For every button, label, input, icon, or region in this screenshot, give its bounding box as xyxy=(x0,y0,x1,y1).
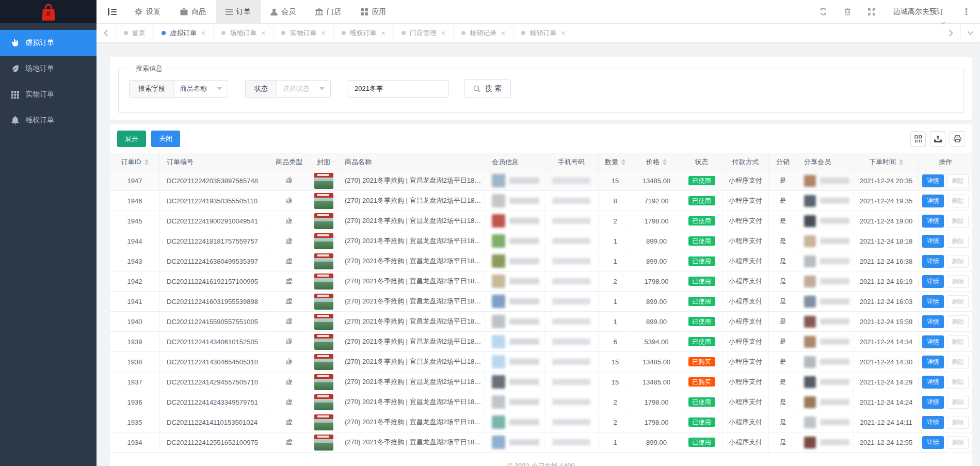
keyword-input[interactable] xyxy=(348,80,449,98)
tab-close-icon[interactable]: × xyxy=(201,29,205,37)
detail-button[interactable]: 详情 xyxy=(922,356,944,368)
delete-button[interactable]: 删除 xyxy=(947,436,969,449)
cell-price: 899.00 xyxy=(632,292,681,311)
tab-close-icon[interactable]: × xyxy=(321,29,325,37)
tab-label: 虚拟订单 xyxy=(170,28,197,38)
cell-status: 已使用 xyxy=(681,211,722,231)
detail-button[interactable]: 详情 xyxy=(922,396,944,409)
detail-button[interactable]: 详情 xyxy=(922,255,944,268)
share-member-avatar xyxy=(804,235,816,247)
sidebar-menu: 虚拟订单 场地订单 实物订单 维权订单 xyxy=(0,30,97,133)
cell-cover xyxy=(310,372,338,392)
orders-table: 订单ID 订单编号 商品类型 封面 商品名称 会员信息 手机号码 数量 价格 状… xyxy=(110,153,972,453)
delete-button[interactable]: 删除 xyxy=(947,295,969,308)
tab-physical-orders[interactable]: 实物订单 × xyxy=(274,24,333,42)
detail-button[interactable]: 详情 xyxy=(922,436,944,449)
sidebar-fold-icon[interactable] xyxy=(108,8,117,15)
detail-button[interactable]: 详情 xyxy=(922,174,944,187)
delete-button[interactable]: 删除 xyxy=(947,255,969,268)
refresh-icon[interactable] xyxy=(820,8,827,15)
nav-orders[interactable]: 订单 xyxy=(216,0,261,23)
cell-order-time: 2021-12-24 14:30 xyxy=(854,352,919,372)
cell-goods-type: 虚 xyxy=(268,412,310,432)
delete-button[interactable]: 删除 xyxy=(947,396,969,409)
column-header-order-time[interactable]: 下单时间 xyxy=(854,153,919,171)
detail-button[interactable]: 详情 xyxy=(922,416,944,429)
table-row: 1947 DC2021122420353897565748 虚 (270) 20… xyxy=(110,171,972,191)
export-button[interactable] xyxy=(930,131,945,147)
tab-verify-orders[interactable]: 核销订单 × xyxy=(513,24,573,42)
delete-button[interactable]: 删除 xyxy=(947,174,969,187)
status-select[interactable]: 选择状态 xyxy=(277,81,330,97)
columns-grid-icon xyxy=(914,135,922,143)
detail-button[interactable]: 详情 xyxy=(922,215,944,228)
delete-button[interactable]: 删除 xyxy=(947,356,969,368)
print-button[interactable] xyxy=(950,131,965,147)
more-menu-icon[interactable]: ⋮ xyxy=(962,6,971,17)
delete-button[interactable]: 删除 xyxy=(947,416,969,429)
tabs-scroll-right-icon[interactable] xyxy=(941,24,960,42)
sidebar-item-virtual-orders[interactable]: 虚拟订单 xyxy=(0,30,97,56)
app-logo[interactable] xyxy=(0,0,97,23)
sidebar-item-physical-orders[interactable]: 实物订单 xyxy=(0,82,97,107)
nav-goods[interactable]: 商品 xyxy=(170,0,216,23)
cell-cover xyxy=(310,412,338,432)
delete-button[interactable]: 删除 xyxy=(947,275,969,288)
trash-icon[interactable] xyxy=(844,8,851,15)
sort-carets-icon[interactable] xyxy=(663,159,667,165)
nav-members[interactable]: 会员 xyxy=(261,0,306,23)
sort-carets-icon[interactable] xyxy=(144,159,149,165)
sidebar-item-venue-orders[interactable]: 场地订单 xyxy=(0,56,97,82)
status-badge: 已购买 xyxy=(688,377,715,387)
tab-close-icon[interactable]: × xyxy=(441,29,445,37)
delete-button[interactable]: 删除 xyxy=(947,376,969,389)
delete-button[interactable]: 删除 xyxy=(947,315,969,328)
detail-button[interactable]: 详情 xyxy=(922,275,944,288)
nav-apps[interactable]: 应用 xyxy=(351,0,396,23)
nav-settings[interactable]: 设置 xyxy=(125,0,170,23)
search-field-select[interactable]: 商品名称 xyxy=(174,81,228,97)
sort-carets-icon[interactable] xyxy=(621,159,625,165)
nav-stores[interactable]: 门店 xyxy=(306,0,351,23)
tab-close-icon[interactable]: × xyxy=(381,29,385,37)
delete-button[interactable]: 删除 xyxy=(947,235,969,248)
column-header-qty[interactable]: 数量 xyxy=(599,153,632,171)
cell-phone xyxy=(544,352,599,372)
shopping-bag-logo-icon xyxy=(39,2,58,22)
tab-close-icon[interactable]: × xyxy=(561,29,565,37)
column-header-price[interactable]: 价格 xyxy=(632,153,681,171)
detail-button[interactable]: 详情 xyxy=(922,335,944,348)
tab-store-manage[interactable]: 门店管理 × xyxy=(394,24,454,42)
expand-button[interactable]: 展开 xyxy=(117,131,146,147)
fullscreen-icon[interactable] xyxy=(868,8,875,15)
tab-rights-orders[interactable]: 维权订单 × xyxy=(334,24,394,42)
search-fieldset: 搜索信息 搜索字段 商品名称 状态 选择状态 xyxy=(118,64,964,113)
detail-button[interactable]: 详情 xyxy=(922,195,944,207)
close-button[interactable]: 关闭 xyxy=(151,131,180,147)
tabs-menu-chevron-icon[interactable] xyxy=(960,24,980,42)
sidebar-item-rights-orders[interactable]: 维权订单 xyxy=(0,107,97,133)
delete-button[interactable]: 删除 xyxy=(947,195,969,207)
tab-home[interactable]: 首页 xyxy=(116,24,154,42)
tabs-scroll-left-icon[interactable] xyxy=(97,24,116,42)
delete-button[interactable]: 删除 xyxy=(947,335,969,348)
column-label: 操作 xyxy=(939,157,952,167)
tab-verify-records[interactable]: 核销记录 × xyxy=(454,24,513,42)
detail-button[interactable]: 详情 xyxy=(922,235,944,248)
detail-button[interactable]: 详情 xyxy=(922,315,944,328)
detail-button[interactable]: 详情 xyxy=(922,295,944,308)
cell-distribution: 是 xyxy=(769,432,797,452)
workspace-name[interactable]: 边城高尔夫预订 xyxy=(893,7,944,17)
column-header-order-id[interactable]: 订单ID xyxy=(110,153,160,171)
sidebar: 虚拟订单 场地订单 实物订单 维权订单 xyxy=(0,0,97,466)
detail-button[interactable]: 详情 xyxy=(922,376,944,389)
tab-close-icon[interactable]: × xyxy=(261,29,265,37)
search-button[interactable]: 搜 索 xyxy=(464,79,511,98)
tab-close-icon[interactable]: × xyxy=(501,29,505,37)
sort-carets-icon[interactable] xyxy=(899,159,903,165)
tab-venue-orders[interactable]: 场地订单 × xyxy=(214,24,274,42)
tab-virtual-orders[interactable]: 虚拟订单 × xyxy=(154,24,214,42)
delete-button[interactable]: 删除 xyxy=(947,215,969,228)
columns-toggle-button[interactable] xyxy=(910,131,926,147)
cell-goods-name: (270) 2021冬季抢购 | 宜昌龙盘湖2场平日18… xyxy=(338,352,485,372)
